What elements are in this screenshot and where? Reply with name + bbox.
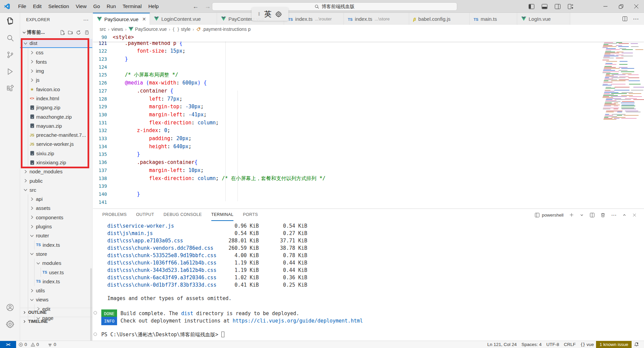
editor-more-actions-icon[interactable]: ⋯	[633, 15, 639, 22]
tree-item-src[interactable]: src	[20, 185, 93, 194]
code-line-134[interactable]: 134 height: 640px;	[93, 143, 644, 151]
menu-go[interactable]: Go	[90, 2, 103, 10]
tree-item-utils[interactable]: utils	[20, 286, 93, 295]
tab-index.ts[interactable]: TSindex.ts...\router	[284, 13, 344, 25]
activity-account-icon[interactable]	[0, 299, 20, 316]
explorer-more-actions-icon[interactable]: ⋯	[83, 17, 89, 23]
code-line-132[interactable]: 132 z-index: 0;	[93, 127, 644, 135]
cursor-position-status[interactable]: Ln 121, Col 24	[485, 341, 519, 348]
tree-item-js[interactable]: js	[20, 75, 93, 84]
activity-explorer-icon[interactable]	[0, 13, 20, 30]
menu-terminal[interactable]: Terminal	[119, 2, 145, 10]
tab-index.ts[interactable]: TSindex.ts...\store	[344, 13, 409, 25]
code-line-125[interactable]: 125 /* 小屏幕布局调整 */	[93, 71, 644, 79]
menu-view[interactable]: View	[72, 2, 90, 10]
tree-item-api[interactable]: api	[20, 194, 93, 204]
tree-item-xinsixiang.zip[interactable]: xinsixiang.zip	[20, 158, 93, 167]
outline-section-header[interactable]: OUTLINE	[20, 308, 93, 317]
encoding-status[interactable]: UTF-8	[544, 341, 561, 348]
ports-status[interactable]: 0	[45, 341, 59, 348]
code-line-137[interactable]: 137 margin-left: 10px;	[93, 167, 644, 175]
code-line-128[interactable]: 128 left: 77px;	[93, 95, 644, 103]
breadcrumb-item[interactable]: views	[111, 26, 123, 32]
indentation-status[interactable]: Spaces: 4	[519, 341, 544, 348]
menu-help[interactable]: Help	[145, 2, 162, 10]
activity-search-icon[interactable]	[0, 30, 20, 46]
breadcrumb-item[interactable]: PaySource.vue	[128, 26, 167, 32]
tab-babel.config.js[interactable]: βbabel.config.js	[409, 13, 470, 25]
activity-run-debug-icon[interactable]	[0, 63, 20, 80]
panel-tab-debug-console[interactable]: DEBUG CONSOLE	[163, 209, 202, 221]
menu-edit[interactable]: Edit	[30, 2, 45, 10]
language-mode-status[interactable]: {̇} vue	[578, 341, 596, 348]
tree-item-plugins[interactable]: plugins	[20, 222, 93, 231]
tree-item-assets[interactable]: assets	[20, 204, 93, 213]
code-line-126[interactable]: 126 @media (max-width: 600px) {	[93, 79, 644, 87]
restore-button[interactable]	[613, 0, 629, 13]
customize-layout-icon[interactable]	[568, 4, 574, 9]
toggle-primary-sidebar-icon[interactable]	[529, 4, 534, 9]
ime-indicator-overlay[interactable]: ‖ 英	[252, 7, 288, 21]
kill-terminal-trash-icon[interactable]	[600, 213, 605, 218]
code-line-139[interactable]: 139	[93, 182, 644, 190]
tree-item-mayuan.zip[interactable]: mayuan.zip	[20, 121, 93, 130]
eol-status[interactable]: CRLF	[561, 341, 578, 348]
terminal-output[interactable]: dist\service-worker.js 0.96 KiB 0.54 KiB…	[93, 221, 644, 341]
code-line-140[interactable]: 140 }	[93, 190, 644, 198]
panel-more-actions-icon[interactable]: ⋯	[611, 212, 616, 218]
terminal-shell-tab[interactable]: powershell	[535, 213, 564, 218]
remote-indicator[interactable]: ><	[0, 341, 16, 348]
tree-item-dist[interactable]: dist	[20, 39, 93, 48]
history-forward-button[interactable]: →	[205, 3, 211, 10]
panel-tab-problems[interactable]: PROBLEMS	[102, 209, 127, 221]
sticky-scroll-line[interactable]: 90<style>	[93, 34, 644, 42]
close-tab-icon[interactable]: ✕	[142, 16, 146, 22]
toggle-secondary-sidebar-icon[interactable]	[555, 4, 560, 9]
close-window-button[interactable]	[629, 0, 644, 13]
code-line-123[interactable]: 123 }	[93, 55, 644, 63]
close-panel-icon[interactable]	[632, 213, 637, 217]
tab-main.ts[interactable]: TSmain.ts	[470, 13, 517, 25]
prompt-line[interactable]: PS C:\Users\潘彬杰\Desktop\博客前端残血版>	[101, 331, 224, 338]
tree-item-components[interactable]: components	[20, 213, 93, 222]
tree-item-router[interactable]: router	[20, 231, 93, 240]
split-editor-icon[interactable]	[622, 16, 628, 21]
code-line-122[interactable]: 122 font-size: 15px;	[93, 47, 644, 55]
tree-item-sixiu.zip[interactable]: sixiu.zip	[20, 149, 93, 158]
sidebar-scrollbar[interactable]	[90, 268, 92, 341]
breadcrumb-item[interactable]: src	[100, 26, 106, 32]
tree-item-maozhongte.zip[interactable]: maozhongte.zip	[20, 112, 93, 121]
activity-settings-icon[interactable]	[0, 316, 20, 333]
code-line-136[interactable]: 136 .packages-container{	[93, 159, 644, 167]
tree-item-service-worker.js[interactable]: JSservice-worker.js	[20, 139, 93, 149]
code-line-141[interactable]: 141	[93, 198, 644, 207]
notifications-bell-icon[interactable]	[632, 341, 641, 348]
tab-logincontent.vue[interactable]: LoginContent.vue	[150, 13, 217, 25]
tree-item-css[interactable]: css	[20, 48, 93, 57]
panel-tab-ports[interactable]: PORTS	[243, 209, 258, 221]
split-terminal-icon[interactable]	[590, 213, 595, 218]
ime-settings-gear-icon[interactable]	[275, 11, 282, 17]
tab-paysource.vue[interactable]: PaySource.vue✕	[93, 13, 150, 25]
toggle-panel-icon[interactable]	[542, 4, 547, 9]
tree-item-user.ts[interactable]: TSuser.ts	[20, 268, 93, 277]
command-decoration-dot[interactable]	[94, 333, 97, 336]
problems-status[interactable]: 0 0	[16, 341, 41, 348]
known-issue-badge[interactable]: 1 known issue	[596, 341, 632, 348]
command-center-search[interactable]: 博客前端残血版	[212, 2, 457, 11]
tree-item-modules[interactable]: modules	[20, 258, 93, 268]
tree-item-img[interactable]: img	[20, 66, 93, 75]
tree-item-index.html[interactable]: <>index.html	[20, 94, 93, 103]
activity-source-control-icon[interactable]	[0, 46, 20, 63]
refresh-icon[interactable]	[76, 30, 81, 35]
panel-tab-terminal[interactable]: TERMINAL	[211, 209, 233, 221]
minimap[interactable]	[602, 34, 640, 151]
menu-selection[interactable]: Selection	[45, 2, 72, 10]
code-line-124[interactable]: 124	[93, 63, 644, 71]
code-line-90[interactable]: 90<style>	[93, 34, 644, 42]
tree-item-store[interactable]: store	[20, 249, 93, 258]
code-line-129[interactable]: 129 margin-top: -30px;	[93, 103, 644, 111]
tree-item-jingang.zip[interactable]: jingang.zip	[20, 103, 93, 112]
tree-item-index.ts[interactable]: TSindex.ts	[20, 240, 93, 249]
tab-login.vue[interactable]: LogIn.vue	[517, 13, 570, 25]
